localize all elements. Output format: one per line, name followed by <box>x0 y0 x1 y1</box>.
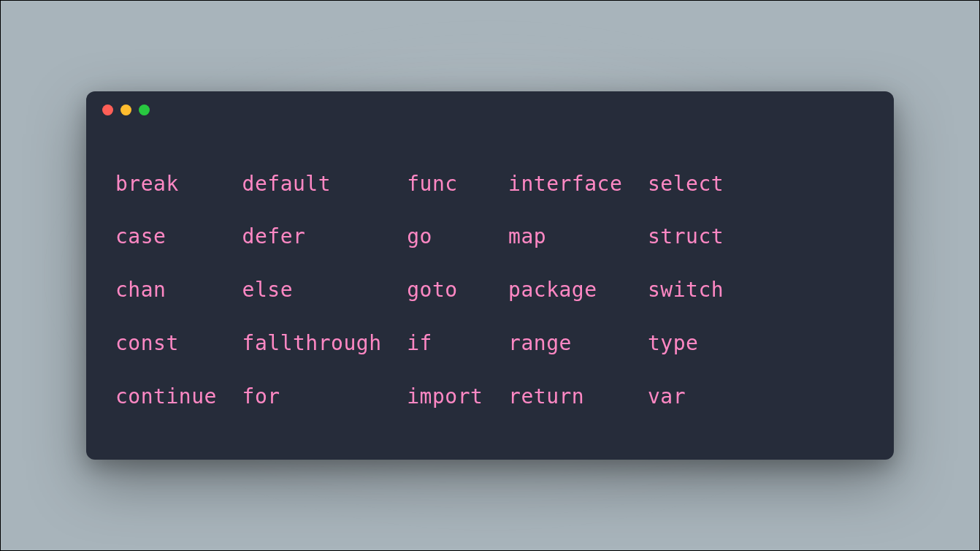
terminal-window: break default func interface select case… <box>86 91 894 460</box>
keyword-row: break default func interface select <box>115 172 724 196</box>
keyword-row: case defer go map struct <box>115 224 724 248</box>
minimize-button[interactable] <box>120 104 131 115</box>
zoom-button[interactable] <box>139 104 150 115</box>
code-content: break default func interface select case… <box>86 115 894 460</box>
close-button[interactable] <box>102 104 113 115</box>
keyword-row: const fallthrough if range type <box>115 331 698 355</box>
keyword-row: chan else goto package switch <box>115 278 724 302</box>
titlebar <box>86 91 894 115</box>
keyword-row: continue for import return var <box>115 384 686 408</box>
